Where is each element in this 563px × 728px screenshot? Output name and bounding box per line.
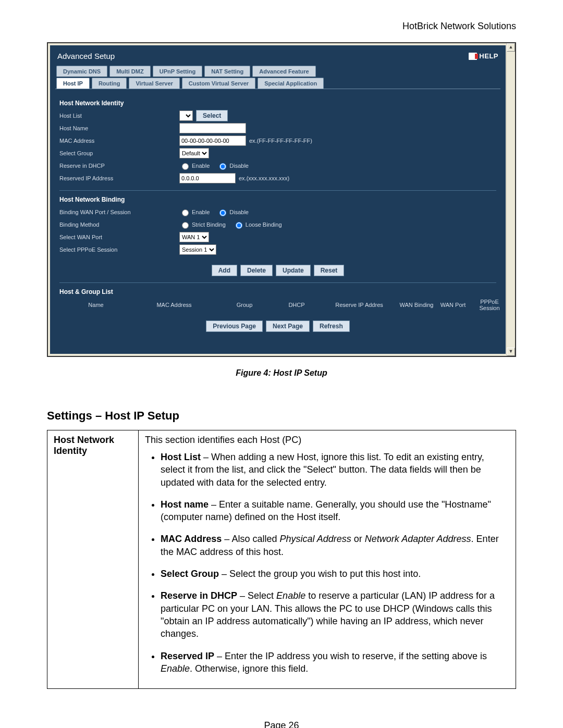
label-host-name: Host Name bbox=[59, 125, 179, 131]
list-item: Host name – Enter a suitable name. Gener… bbox=[161, 498, 509, 524]
label-bind-method: Binding Method bbox=[59, 221, 179, 228]
col-wan-port: WAN Port bbox=[435, 302, 471, 308]
reserved-ip-hint: ex.(xxx.xxx.xxx.xxx) bbox=[239, 175, 289, 181]
tab-special-application[interactable]: Special Application bbox=[258, 78, 324, 89]
settings-row-content: This section identifies each Host (PC) H… bbox=[139, 430, 516, 689]
col-name: Name bbox=[59, 302, 132, 308]
label-mac: MAC Address bbox=[59, 138, 179, 144]
host-name-input[interactable] bbox=[179, 123, 246, 133]
tab-routing[interactable]: Routing bbox=[92, 78, 127, 89]
group-select[interactable]: Default bbox=[179, 148, 209, 158]
select-button[interactable]: Select bbox=[196, 110, 228, 121]
wan-port-select[interactable]: WAN 1 bbox=[179, 232, 209, 242]
page-number: Page 26 bbox=[47, 720, 516, 728]
tab-custom-virtual-server[interactable]: Custom Virtual Server bbox=[182, 78, 255, 89]
nav-buttons: Previous Page Next Page Refresh bbox=[59, 320, 496, 332]
dhcp-disable-radio[interactable]: Disable bbox=[217, 162, 249, 170]
list-item: Reserve in DHCP – Select Enable to reser… bbox=[161, 589, 509, 640]
label-reserved-ip: Reserved IP Address bbox=[59, 175, 179, 181]
update-button[interactable]: Update bbox=[276, 265, 311, 276]
settings-intro: This section identifies each Host (PC) bbox=[145, 435, 509, 446]
tab-upnp-setting[interactable]: UPnP Setting bbox=[153, 66, 202, 77]
pppoe-select[interactable]: Session 1 bbox=[179, 244, 216, 255]
list-item: Host List – When adding a new Host, igno… bbox=[161, 451, 509, 489]
bind-enable-radio[interactable]: Enable bbox=[179, 208, 210, 216]
brand-header: HotBrick Network Solutions bbox=[47, 21, 516, 32]
label-host-list: Host List bbox=[59, 113, 179, 119]
scrollbar[interactable]: ▲ ▼ bbox=[506, 43, 515, 356]
label-select-wan: Select WAN Port bbox=[59, 234, 179, 240]
col-dhcp: DHCP bbox=[273, 302, 320, 308]
reserved-ip-input[interactable] bbox=[179, 173, 236, 183]
scroll-down-icon[interactable]: ▼ bbox=[507, 348, 515, 356]
scroll-up-icon[interactable]: ▲ bbox=[507, 43, 515, 52]
tab-virtual-server[interactable]: Virtual Server bbox=[129, 78, 179, 89]
tab-nat-setting[interactable]: NAT Setting bbox=[204, 66, 250, 77]
col-pppoe-session: PPPoE Session bbox=[471, 299, 508, 311]
label-bind-wan-session: Binding WAN Port / Session bbox=[59, 209, 179, 215]
col-reserve-ip: Reserve IP Addres bbox=[320, 302, 398, 308]
col-group: Group bbox=[216, 302, 273, 308]
settings-table: Host Network Identity This section ident… bbox=[47, 430, 516, 689]
delete-button[interactable]: Delete bbox=[240, 265, 273, 276]
page-title: Advanced Setup bbox=[57, 52, 115, 60]
dhcp-enable-radio[interactable]: Enable bbox=[179, 162, 210, 170]
mac-input[interactable] bbox=[179, 135, 246, 146]
refresh-button[interactable]: Refresh bbox=[313, 320, 350, 332]
reset-button[interactable]: Reset bbox=[314, 265, 345, 276]
label-reserve-dhcp: Reserve in DHCP bbox=[59, 163, 179, 169]
host-list-select[interactable] bbox=[179, 110, 193, 121]
tabs-row-2: Host IP Routing Virtual Server Custom Vi… bbox=[55, 78, 500, 89]
col-mac: MAC Address bbox=[132, 302, 216, 308]
next-page-button[interactable]: Next Page bbox=[266, 320, 310, 332]
bind-disable-radio[interactable]: Disable bbox=[217, 208, 249, 216]
tab-dynamic-dns[interactable]: Dynamic DNS bbox=[56, 66, 107, 77]
action-buttons: Add Delete Update Reset bbox=[59, 265, 496, 276]
label-group: Select Group bbox=[59, 150, 179, 156]
list-item: Select Group – Select the group you wish… bbox=[161, 567, 509, 580]
previous-page-button[interactable]: Previous Page bbox=[206, 320, 263, 332]
tab-host-ip[interactable]: Host IP bbox=[56, 78, 90, 89]
form-panel: Host Network Identity Host List Select H… bbox=[55, 89, 500, 339]
help-label: HELP bbox=[479, 52, 498, 60]
tab-advanced-feature[interactable]: Advanced Feature bbox=[252, 66, 315, 77]
section-binding: Host Network Binding bbox=[59, 196, 496, 203]
tab-multi-dmz[interactable]: Multi DMZ bbox=[109, 66, 151, 77]
divider bbox=[59, 190, 496, 191]
doc-heading: Settings – Host IP Setup bbox=[47, 409, 516, 423]
tabs-row-1: Dynamic DNS Multi DMZ UPnP Setting NAT S… bbox=[55, 66, 500, 77]
screenshot-frame: ▲ ▼ Advanced Setup HELP Dynamic DNS Mult… bbox=[47, 42, 516, 357]
col-wan-binding: WAN Binding bbox=[398, 302, 435, 308]
loose-radio[interactable]: Loose Binding bbox=[233, 220, 282, 229]
settings-row-label: Host Network Identity bbox=[47, 430, 139, 689]
divider bbox=[59, 282, 496, 283]
help-link[interactable]: HELP bbox=[469, 52, 498, 60]
label-select-pppoe: Select PPPoE Session bbox=[59, 246, 179, 253]
section-identity: Host Network Identity bbox=[59, 100, 496, 107]
help-icon bbox=[469, 53, 477, 60]
add-button[interactable]: Add bbox=[212, 265, 237, 276]
list-header: Name MAC Address Group DHCP Reserve IP A… bbox=[59, 299, 496, 311]
list-item: Reserved IP – Enter the IP address you w… bbox=[161, 650, 509, 675]
figure-caption: Figure 4: Host IP Setup bbox=[47, 368, 516, 378]
mac-hint: ex.(FF-FF-FF-FF-FF-FF) bbox=[249, 138, 312, 144]
section-list: Host & Group List bbox=[59, 288, 496, 295]
list-item: MAC Address – Also called Physical Addre… bbox=[161, 533, 509, 558]
app-panel: Advanced Setup HELP Dynamic DNS Multi DM… bbox=[50, 45, 506, 354]
strict-radio[interactable]: Strict Binding bbox=[179, 220, 226, 229]
